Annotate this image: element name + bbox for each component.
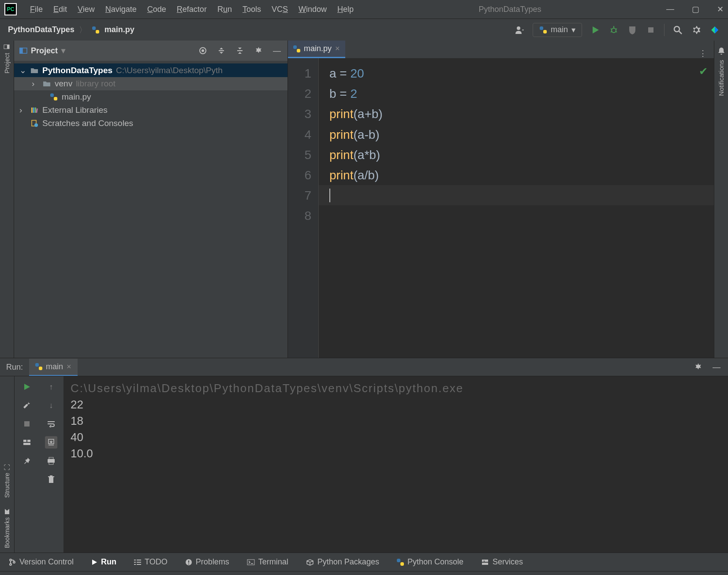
project-tool-button[interactable]: Project <box>3 44 11 74</box>
breadcrumb[interactable]: PythonDataTypes 〉 main.py <box>8 25 134 35</box>
close-button[interactable]: ✕ <box>717 4 724 14</box>
breadcrumb-file[interactable]: main.py <box>105 25 134 34</box>
tree-external-libs[interactable]: › External Libraries <box>14 104 287 117</box>
tab-menu-icon[interactable]: ⋮ <box>692 48 714 58</box>
debug-button[interactable] <box>609 25 619 35</box>
status-bar: tabnine 7:1 CRLF UTF-8 4 spaces Python 3… <box>0 571 728 575</box>
minimize-button[interactable]: — <box>666 4 674 14</box>
folder-icon <box>42 81 51 87</box>
bottom-version-control[interactable]: Version Control <box>9 557 74 567</box>
menu-vcs[interactable]: VCS <box>272 5 288 14</box>
svg-rect-44 <box>50 475 52 476</box>
trash-icon[interactable] <box>45 473 57 486</box>
menu-window[interactable]: Window <box>299 5 327 14</box>
project-view-selector[interactable]: Project ▾ <box>19 46 65 56</box>
chevron-down-icon: ▾ <box>571 25 575 35</box>
expand-all-icon[interactable] <box>216 45 227 56</box>
tree-scratches[interactable]: › Scratches and Consoles <box>14 117 287 130</box>
line-gutter[interactable]: 12345678 <box>288 58 319 358</box>
svg-rect-51 <box>137 562 141 563</box>
run-panel-header: Run: main × — <box>0 358 728 376</box>
bottom-run[interactable]: Run <box>91 557 116 567</box>
up-arrow-icon[interactable]: ↑ <box>45 381 57 393</box>
expand-arrow-icon[interactable]: › <box>32 79 39 89</box>
menu-code[interactable]: Code <box>147 5 166 14</box>
user-icon[interactable] <box>514 25 525 35</box>
tree-venv[interactable]: › venv library root <box>14 77 287 90</box>
expand-arrow-icon[interactable]: ⌄ <box>19 65 26 75</box>
svg-point-47 <box>13 561 15 563</box>
project-tree[interactable]: ⌄ PythonDataTypes C:\Users\yilma\Desktop… <box>14 61 287 133</box>
code-area[interactable]: 12345678 ✔ a = 20b = 2print(a+b)print(a-… <box>288 58 714 358</box>
svg-rect-35 <box>23 440 26 442</box>
svg-point-5 <box>612 28 616 33</box>
bottom-python-packages[interactable]: Python Packages <box>306 557 379 567</box>
pin-icon[interactable] <box>21 455 33 467</box>
collapse-all-icon[interactable] <box>235 45 245 56</box>
bottom-problems[interactable]: Problems <box>185 557 229 567</box>
menu-edit[interactable]: Edit <box>53 5 67 14</box>
svg-point-19 <box>202 50 204 52</box>
menu-refactor[interactable]: Refactor <box>177 5 207 14</box>
panel-settings-icon[interactable] <box>253 45 264 56</box>
close-tab-icon[interactable]: × <box>335 44 340 53</box>
breadcrumb-project[interactable]: PythonDataTypes <box>8 25 75 34</box>
search-button[interactable] <box>672 25 683 35</box>
print-icon[interactable] <box>45 455 57 467</box>
run-button[interactable] <box>590 25 601 35</box>
svg-rect-31 <box>35 363 39 367</box>
panel-settings-icon[interactable] <box>693 362 703 372</box>
down-arrow-icon[interactable]: ↓ <box>45 399 57 412</box>
svg-rect-57 <box>247 560 254 565</box>
menu-file[interactable]: File <box>30 5 43 14</box>
run-tool-column-2: ↑ ↓ <box>39 376 63 553</box>
hide-panel-icon[interactable]: — <box>711 362 722 372</box>
run-config-selector[interactable]: main ▾ <box>533 23 582 37</box>
scratch-icon <box>30 120 39 127</box>
structure-tool-button[interactable]: Structure ⛶ <box>4 464 11 498</box>
coverage-button[interactable] <box>627 25 638 35</box>
notifications-bell-icon[interactable] <box>716 46 727 56</box>
jetbrains-icon[interactable] <box>709 25 720 35</box>
run-label: Run: <box>0 363 29 372</box>
stop-button[interactable] <box>21 418 33 430</box>
menu-tools[interactable]: Tools <box>243 5 261 14</box>
rerun-button[interactable] <box>21 381 33 393</box>
menu-view[interactable]: View <box>78 5 95 14</box>
tree-file-main[interactable]: main.py <box>14 90 287 104</box>
stop-button[interactable] <box>646 25 656 35</box>
run-tab[interactable]: main × <box>29 359 78 376</box>
menu-help[interactable]: Help <box>337 5 354 14</box>
svg-rect-39 <box>49 457 53 459</box>
svg-rect-3 <box>540 26 543 30</box>
bookmarks-tool-button[interactable]: Bookmarks <box>4 508 11 548</box>
wrench-icon[interactable] <box>21 399 33 412</box>
notifications-tool-button[interactable]: Notifications <box>717 60 725 96</box>
editor-tab-main[interactable]: main.py × <box>288 41 345 58</box>
bottom-python-console[interactable]: Python Console <box>397 557 463 567</box>
settings-button[interactable] <box>691 25 702 35</box>
maximize-button[interactable]: ▢ <box>692 4 699 14</box>
svg-rect-58 <box>397 559 400 562</box>
soft-wrap-icon[interactable] <box>45 418 57 430</box>
menu-navigate[interactable]: Navigate <box>105 5 137 14</box>
console-output[interactable]: C:\Users\yilma\Desktop\PythonDataTypes\v… <box>63 376 728 553</box>
editor: main.py × ⋮ 12345678 ✔ a = 20b = 2print(… <box>287 41 714 358</box>
window-title: PythonDataTypes <box>354 5 666 14</box>
menu-run[interactable]: Run <box>217 5 232 14</box>
layout-icon[interactable] <box>21 436 33 449</box>
code-content[interactable]: ✔ a = 20b = 2print(a+b)print(a-b)print(a… <box>319 58 714 358</box>
close-tab-icon[interactable]: × <box>67 362 71 371</box>
svg-rect-32 <box>39 367 42 370</box>
hide-panel-icon[interactable]: — <box>272 45 282 56</box>
bottom-todo[interactable]: TODO <box>134 557 168 567</box>
bottom-terminal[interactable]: Terminal <box>247 557 288 567</box>
tree-root[interactable]: ⌄ PythonDataTypes C:\Users\yilma\Desktop… <box>14 63 287 77</box>
scroll-to-end-icon[interactable] <box>45 436 57 449</box>
run-config-name: main <box>551 25 568 34</box>
select-opened-file-icon[interactable] <box>198 45 208 56</box>
expand-arrow-icon[interactable]: › <box>19 105 26 115</box>
svg-rect-23 <box>31 108 33 113</box>
svg-rect-50 <box>134 562 136 563</box>
bottom-services[interactable]: Services <box>481 557 523 567</box>
